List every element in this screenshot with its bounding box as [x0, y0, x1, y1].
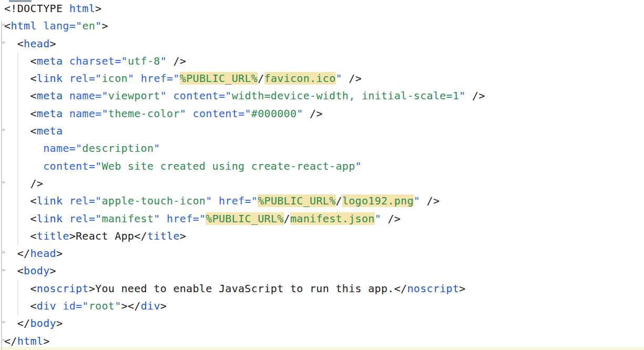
code-token: " [160, 55, 167, 67]
code-token: > [459, 282, 465, 295]
code-token: head [30, 247, 56, 260]
code-token: > [180, 230, 186, 242]
code-token: /> [342, 72, 362, 85]
code-token: href=" [167, 212, 206, 225]
code-token: >React App</ [69, 230, 147, 242]
code-token: <!DOCTYPE [4, 2, 69, 15]
code-token: noscript [407, 282, 459, 295]
code-token: title [37, 230, 69, 242]
code-token: charset=" [69, 55, 128, 67]
code-line[interactable]: <link rel="icon" href="%PUBLIC_URL%/favi… [4, 70, 644, 87]
code-line[interactable]: <head> [4, 35, 644, 53]
code-token: / [336, 194, 342, 207]
code-line[interactable]: /> [4, 175, 644, 192]
code-line[interactable]: </head> [4, 245, 644, 262]
code-token: apple-touch-icon [101, 194, 206, 207]
code-token: " [154, 142, 160, 155]
code-token: div [37, 300, 56, 312]
code-token: name=" [43, 142, 82, 155]
code-token [63, 212, 69, 225]
code-token [160, 212, 167, 225]
code-line[interactable]: content="Web site created using create-r… [4, 158, 644, 175]
code-token: / [258, 72, 264, 85]
code-line[interactable]: <html lang="en"> [4, 17, 644, 35]
code-token: meta [37, 55, 63, 67]
code-token [63, 89, 69, 102]
code-token [4, 160, 43, 172]
code-token: /> [4, 177, 43, 190]
code-token: manifest [101, 212, 154, 225]
code-token: " [297, 107, 303, 120]
code-token: noscript [37, 282, 89, 295]
code-line[interactable]: </html> [4, 333, 644, 350]
code-token: < [4, 264, 24, 277]
code-line[interactable]: <!DOCTYPE html> [4, 0, 644, 17]
code-token [37, 19, 43, 32]
code-token: name=" [69, 89, 108, 102]
code-line[interactable]: <link rel="manifest" href="%PUBLIC_URL%/… [4, 210, 644, 228]
code-token [186, 107, 192, 120]
code-line[interactable]: <body> [4, 262, 644, 280]
code-token: >You need to enable JavaScript to run th… [89, 282, 407, 295]
code-line[interactable]: <meta [4, 122, 644, 140]
code-token: content=" [193, 107, 251, 120]
code-token: link [37, 194, 63, 207]
code-token: " [375, 212, 381, 225]
code-token: theme-color [108, 107, 180, 120]
code-token: name=" [69, 107, 108, 120]
code-token: body [30, 317, 56, 330]
code-token [63, 107, 69, 120]
code-line[interactable]: <noscript>You need to enable JavaScript … [4, 280, 644, 297]
highlighted-token: manifest.json [290, 212, 375, 225]
code-token [212, 194, 219, 207]
code-line[interactable]: <meta name="viewport" content="width=dev… [4, 87, 644, 105]
highlighted-token: favicon.ico [264, 72, 336, 85]
code-token: meta [37, 125, 63, 137]
code-token: " [115, 300, 121, 312]
code-token: > [50, 37, 56, 50]
code-token: < [4, 194, 37, 207]
code-token: < [4, 37, 24, 50]
code-token: > [160, 300, 167, 312]
code-token: width=device-width, initial-scale=1 [232, 89, 459, 102]
code-token: /> [466, 89, 485, 102]
code-token: Web site created using create-react-app [101, 160, 355, 172]
code-token: /> [420, 194, 439, 207]
code-token: /> [381, 212, 401, 225]
code-token: < [4, 72, 37, 85]
code-line[interactable]: <meta charset="utf-8" /> [4, 53, 644, 70]
code-token: rel=" [69, 194, 102, 207]
code-token: " [336, 72, 342, 85]
code-token: /> [303, 107, 323, 120]
code-line[interactable]: name="description" [4, 140, 644, 157]
code-token: utf-8 [128, 55, 160, 67]
highlighted-token: %PUBLIC_URL% [180, 72, 258, 85]
code-line[interactable]: <link rel="apple-touch-icon" href="%PUBL… [4, 192, 644, 210]
code-token [134, 72, 140, 85]
code-line[interactable]: <title>React App</title> [4, 228, 644, 245]
code-token: " [154, 212, 160, 225]
code-token: " [414, 194, 420, 207]
code-token: < [4, 212, 37, 225]
code-line[interactable]: </body> [4, 315, 644, 332]
code-token: head [24, 37, 49, 50]
code-token: content=" [43, 160, 101, 172]
code-token: < [4, 89, 37, 102]
code-line[interactable]: <div id="root"></div> [4, 297, 644, 315]
code-token: href=" [141, 72, 180, 85]
code-area[interactable]: <!DOCTYPE html><html lang="en"> <head> <… [0, 0, 644, 350]
code-line[interactable]: <meta name="theme-color" content="#00000… [4, 105, 644, 122]
highlighted-token: %PUBLIC_URL% [258, 194, 335, 207]
code-token: < [4, 230, 37, 242]
code-token: icon [101, 72, 127, 85]
editor-surface[interactable]: <!DOCTYPE html><html lang="en"> <head> <… [0, 0, 644, 350]
code-token: < [4, 300, 37, 312]
code-token: " [355, 160, 362, 172]
code-token: html [17, 335, 43, 347]
code-token [63, 55, 69, 67]
code-token: lang=" [43, 19, 82, 32]
code-token: " [180, 107, 186, 120]
code-token: > [43, 335, 49, 347]
code-token: > [56, 247, 63, 260]
code-token: meta [37, 89, 63, 102]
